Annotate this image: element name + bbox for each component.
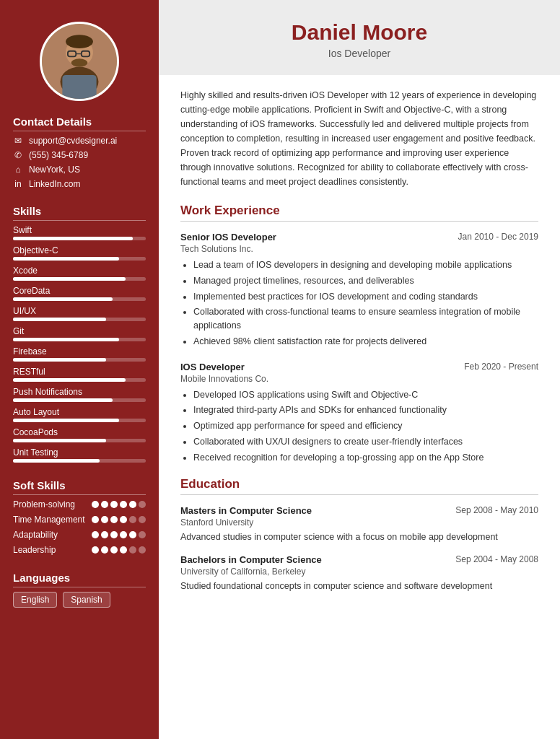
- edu-date: Sep 2008 - May 2010: [455, 505, 538, 515]
- svg-point-3: [66, 35, 93, 48]
- resume-container: Contact Details ✉ support@cvdesigner.ai …: [0, 0, 560, 739]
- dot: [101, 546, 108, 554]
- contact-phone: ✆ (555) 345-6789: [13, 150, 146, 160]
- education-title: Education: [180, 477, 538, 495]
- work-date: Feb 2020 - Present: [464, 362, 538, 372]
- skill-item: Xcode: [13, 266, 146, 281]
- skill-item: Firebase: [13, 346, 146, 362]
- edu-degree: Masters in Computer Science: [180, 505, 312, 516]
- dot: [129, 531, 136, 538]
- dot: [92, 501, 99, 508]
- edu-school: University of California, Berkeley: [180, 567, 538, 577]
- skills-section: Skills Swift Objective-C Xcode CoreData …: [0, 205, 159, 468]
- dot: [139, 546, 146, 554]
- dot: [110, 546, 118, 554]
- header-name: Daniel Moore: [180, 20, 538, 45]
- svg-point-7: [71, 58, 88, 66]
- languages-section: Languages EnglishSpanish: [0, 572, 159, 608]
- dot: [120, 516, 127, 523]
- header-title: Ios Developer: [180, 48, 538, 59]
- skill-item: Swift: [13, 225, 146, 240]
- soft-skill-row: Time Management: [13, 515, 146, 525]
- work-entry: IOS Developer Feb 2020 - Present Mobile …: [180, 362, 538, 465]
- soft-skill-row: Adaptability: [13, 530, 146, 540]
- work-bullets: Developed IOS applications using Swift a…: [180, 388, 538, 465]
- work-company: Tech Solutions Inc.: [180, 244, 538, 254]
- work-bullet: Achieved 98% client satisfaction rate fo…: [193, 335, 538, 349]
- edu-date: Sep 2004 - May 2008: [455, 554, 538, 564]
- soft-skills-title: Soft Skills: [13, 479, 146, 495]
- dot: [120, 531, 127, 538]
- phone-icon: ✆: [13, 150, 23, 160]
- dot: [110, 516, 118, 523]
- work-bullets: Lead a team of IOS developers in designi…: [180, 258, 538, 349]
- language-badge: English: [13, 592, 57, 608]
- skill-item: CoreData: [13, 286, 146, 301]
- work-bullet: Collaborated with UX/UI designers to cre…: [193, 435, 538, 449]
- summary: Highly skilled and results-driven iOS De…: [180, 88, 538, 189]
- work-company: Mobile Innovations Co.: [180, 374, 538, 384]
- dot: [139, 516, 146, 523]
- dot: [110, 531, 118, 538]
- work-bullet: Managed project timelines, resources, an…: [193, 274, 538, 288]
- dot: [92, 516, 99, 523]
- dot: [92, 546, 99, 554]
- soft-skills-section: Soft Skills Problem-solving Time Managem…: [0, 479, 159, 560]
- edu-description: Studied foundational concepts in compute…: [180, 580, 538, 593]
- skill-item: Objective-C: [13, 245, 146, 261]
- contact-email: ✉ support@cvdesigner.ai: [13, 136, 146, 146]
- avatar: [40, 22, 119, 101]
- work-date: Jan 2010 - Dec 2019: [458, 232, 538, 242]
- main-body: Highly skilled and results-driven iOS De…: [159, 75, 560, 739]
- language-badge: Spanish: [63, 592, 110, 608]
- sidebar: Contact Details ✉ support@cvdesigner.ai …: [0, 0, 159, 739]
- svg-rect-8: [62, 75, 96, 99]
- dot: [129, 501, 136, 508]
- dot: [101, 501, 108, 508]
- dot: [110, 501, 118, 508]
- dot: [139, 501, 146, 508]
- work-bullet: Implemented best practices for IOS devel…: [193, 290, 538, 304]
- edu-entry: Bachelors in Computer Science Sep 2004 -…: [180, 554, 538, 593]
- skill-item: CocoaPods: [13, 427, 146, 442]
- skill-item: RESTful: [13, 367, 146, 382]
- work-bullet: Collaborated with cross-functional teams…: [193, 305, 538, 333]
- dot: [129, 516, 136, 523]
- dot: [101, 531, 108, 538]
- main-content: Daniel Moore Ios Developer Highly skille…: [159, 0, 560, 739]
- dot: [120, 546, 127, 554]
- soft-skill-row: Leadership: [13, 545, 146, 555]
- edu-school: Stanford University: [180, 517, 538, 528]
- work-entry: Senior IOS Developer Jan 2010 - Dec 2019…: [180, 232, 538, 349]
- work-title: IOS Developer: [180, 362, 245, 372]
- skill-item: Git: [13, 326, 146, 341]
- languages-container: EnglishSpanish: [13, 592, 146, 608]
- work-bullet: Received recognition for developing a to…: [193, 451, 538, 465]
- dot: [139, 531, 146, 538]
- work-bullet: Developed IOS applications using Swift a…: [193, 388, 538, 402]
- header-section: Daniel Moore Ios Developer: [159, 0, 560, 75]
- contact-linkedin: in LinkedIn.com: [13, 179, 146, 189]
- skill-item: Auto Layout: [13, 407, 146, 422]
- skill-item: Push Notifications: [13, 387, 146, 402]
- edu-description: Advanced studies in computer science wit…: [180, 530, 538, 544]
- avatar-container: [40, 22, 119, 101]
- work-bullet: Optimized app performance for speed and …: [193, 419, 538, 433]
- work-experience-title: Work Experience: [180, 204, 538, 222]
- work-title: Senior IOS Developer: [180, 232, 276, 242]
- skill-item: Unit Testing: [13, 447, 146, 463]
- skills-title: Skills: [13, 205, 146, 221]
- languages-title: Languages: [13, 572, 146, 587]
- work-bullet: Lead a team of IOS developers in designi…: [193, 258, 538, 272]
- edu-degree: Bachelors in Computer Science: [180, 554, 322, 565]
- home-icon: ⌂: [13, 165, 23, 175]
- linkedin-icon: in: [13, 179, 23, 189]
- email-icon: ✉: [13, 136, 23, 146]
- dot: [101, 516, 108, 523]
- contact-title: Contact Details: [13, 115, 146, 131]
- dot: [129, 546, 136, 554]
- work-bullet: Integrated third-party APIs and SDKs for…: [193, 403, 538, 417]
- contact-location: ⌂ NewYork, US: [13, 165, 146, 175]
- soft-skill-row: Problem-solving: [13, 499, 146, 510]
- skill-item: UI/UX: [13, 306, 146, 321]
